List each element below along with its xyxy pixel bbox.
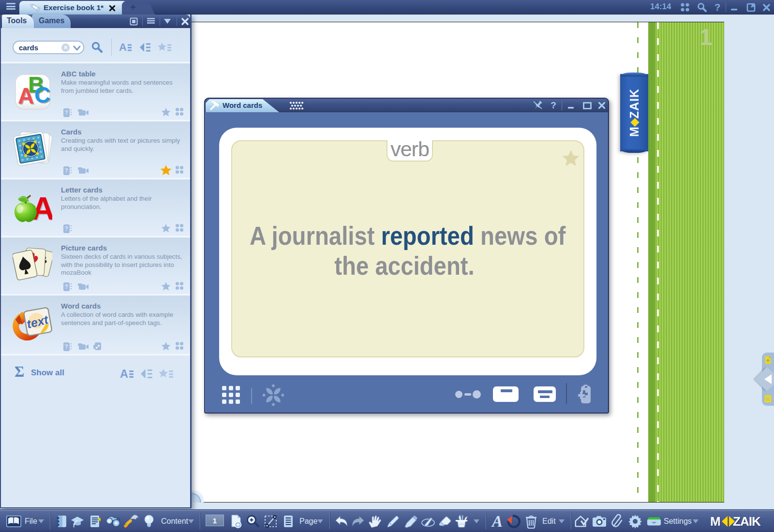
svg-text:?: ?: [65, 283, 68, 290]
svg-text:?: ?: [65, 167, 68, 174]
svg-text:C: C: [34, 82, 50, 107]
svg-text:?: ?: [65, 109, 68, 116]
svg-text:A: A: [120, 368, 128, 380]
svg-text:?: ?: [65, 225, 68, 232]
svg-text:M: M: [710, 516, 720, 527]
svg-text:ZAIK: ZAIK: [733, 516, 761, 527]
svg-text:?: ?: [65, 343, 68, 350]
svg-text:A: A: [119, 42, 127, 53]
